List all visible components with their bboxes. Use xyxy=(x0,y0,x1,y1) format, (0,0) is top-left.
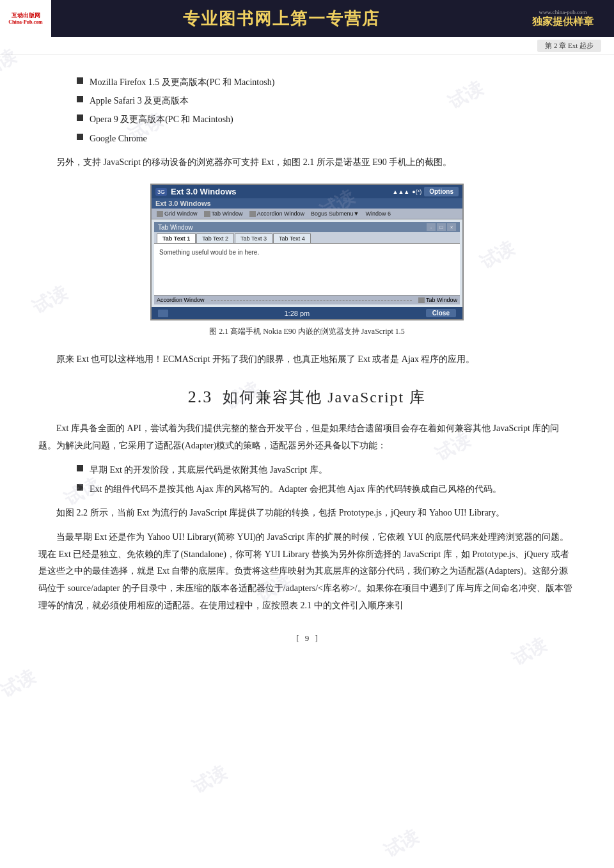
section-title: 如何兼容其他 JavaScript 库 xyxy=(223,389,426,406)
section-number: 2.3 xyxy=(188,388,213,406)
main-content: Mozilla Firefox 1.5 及更高版本(PC 和 Macintosh… xyxy=(0,55,614,682)
menu-bogus-submenu[interactable]: Bogus Submenu▼ xyxy=(308,210,361,217)
list-item-safari: Apple Safari 3 及更高版本 xyxy=(77,93,576,109)
phone-bottom-bar: 1:28 pm Close xyxy=(152,307,462,319)
section-para-3: 当最早期 Ext 还是作为 Yahoo UI! Library(简称 YUI)的… xyxy=(38,529,576,614)
tab-2[interactable]: Tab Text 2 xyxy=(196,233,234,243)
list-item-label: Mozilla Firefox 1.5 及更高版本(PC 和 Macintosh… xyxy=(90,74,274,90)
sub-bullet-label-2: Ext 的组件代码不是按其他 Ajax 库的风格写的。Adapter 会把其他 … xyxy=(90,481,501,497)
tab-icon xyxy=(204,211,210,217)
header-right: www.china-pub.com 独家提供样章 xyxy=(512,0,614,37)
list-item-label: Apple Safari 3 及更高版本 xyxy=(90,93,189,109)
options-button[interactable]: Options xyxy=(424,187,459,196)
list-item-label: Google Chrome xyxy=(90,130,147,146)
chapter-tag: 第 2 章 Ext 起步 xyxy=(537,40,601,52)
bullet-icon xyxy=(77,77,83,84)
header-url: www.china-pub.com xyxy=(539,9,587,15)
minimize-button[interactable]: - xyxy=(427,223,436,231)
time-display: 1:28 pm xyxy=(285,310,310,317)
tab-bar: Tab Text 1 Tab Text 2 Tab Text 3 Tab Tex… xyxy=(154,232,460,244)
tab-small-icon xyxy=(418,297,425,303)
phone-screenshot: 3G Ext 3.0 Windows ▲▲▲ ●(*) Options Ext … xyxy=(150,184,464,320)
list-item-firefox: Mozilla Firefox 1.5 及更高版本(PC 和 Macintosh… xyxy=(77,74,576,90)
phone-top-bar: 3G Ext 3.0 Windows ▲▲▲ ●(*) Options xyxy=(152,185,462,198)
accordion-label: Accordion Window xyxy=(157,297,205,303)
bullet-icon xyxy=(77,114,83,121)
logo-brand: China-Pub.com xyxy=(8,19,43,25)
bracket-right: ] xyxy=(315,633,318,643)
close-button[interactable]: × xyxy=(447,223,456,231)
window-controls: - □ × xyxy=(427,223,456,231)
tab-4[interactable]: Tab Text 4 xyxy=(273,233,311,243)
sub-bullet-list: 早期 Ext 的开发阶段，其底层代码是依附其他 JavaScript 库。 Ex… xyxy=(77,462,576,496)
accordion-bar: Accordion Window Tab Window xyxy=(154,295,460,304)
tab-content-area: Something useful would be in here. xyxy=(154,244,460,295)
signal-bars: ▲▲▲ xyxy=(393,189,410,195)
phone-top-right: ▲▲▲ ●(*) Options xyxy=(393,187,459,196)
figure-caption: 图 2.1 高端手机 Nokia E90 内嵌的浏览器支持 JavaScript… xyxy=(209,326,405,338)
list-item-opera: Opera 9 及更高版本(PC 和 Macintosh) xyxy=(77,111,576,127)
menu-accordion-window[interactable]: Accordion Window xyxy=(247,210,308,217)
tab-window: Tab Window - □ × Tab Text 1 Tab Text 2 T… xyxy=(154,222,460,295)
tab-window-label-small: Tab Window xyxy=(418,297,457,303)
logo-name: 互动出版网 xyxy=(12,12,40,19)
bullet-icon xyxy=(77,96,83,102)
battery-icon: ●(*) xyxy=(412,189,421,195)
menu-tab-window[interactable]: Tab Window xyxy=(201,210,246,217)
bullet-icon xyxy=(77,134,83,140)
section-para-1: Ext 库具备全面的 API，尝试着为我们提供完整的整合开发平台，但是如果结合遗… xyxy=(38,420,576,454)
bullet-icon xyxy=(77,465,83,471)
accordion-icon xyxy=(249,211,256,217)
header-title: 专业图书网上第一专营店 xyxy=(183,8,380,30)
menu-window6[interactable]: Window 6 xyxy=(363,210,394,217)
signal-indicator: 3G xyxy=(155,188,167,196)
intro-para: 另外，支持 JavaScript 的移动设备的浏览器亦可支持 Ext，如图 2.… xyxy=(38,154,576,171)
phone-top-left: 3G Ext 3.0 Windows xyxy=(155,187,236,196)
phone-menu-bar: Grid Window Tab Window Accordion Window … xyxy=(152,209,462,219)
maximize-button[interactable]: □ xyxy=(437,223,446,231)
tab-window-title-bar: Tab Window - □ × xyxy=(154,222,460,232)
browser-list: Mozilla Firefox 1.5 及更高版本(PC 和 Macintosh… xyxy=(77,74,576,146)
tab-1[interactable]: Tab Text 1 xyxy=(157,233,196,243)
header-slogan: 独家提供样章 xyxy=(532,15,594,29)
section-heading: 2.3 如何兼容其他 JavaScript 库 xyxy=(38,387,576,407)
logo: 互动出版网 China-Pub.com xyxy=(0,0,51,37)
menu-grid-window[interactable]: Grid Window xyxy=(154,210,200,217)
phone-window-area: Tab Window - □ × Tab Text 1 Tab Text 2 T… xyxy=(152,219,462,307)
chapter-bar: 第 2 章 Ext 起步 xyxy=(0,37,614,55)
bracket-left: [ xyxy=(296,633,299,643)
header: 互动出版网 China-Pub.com 专业图书网上第一专营店 www.chin… xyxy=(0,0,614,37)
page-number: [ 9 ] xyxy=(38,633,576,656)
figure-container: 3G Ext 3.0 Windows ▲▲▲ ●(*) Options Ext … xyxy=(141,184,473,338)
tab-window-label: Tab Window xyxy=(158,224,193,231)
list-item-chrome: Google Chrome xyxy=(77,130,576,146)
para-after-figure: 原来 Ext 也可以这样地用！ECMAScript 开拓了我们的眼界，也真正地拓… xyxy=(38,351,576,368)
watermark-text-9: 试读 xyxy=(188,761,231,800)
header-center: 专业图书网上第一专营店 xyxy=(51,0,512,37)
phone-menu-icon xyxy=(158,310,168,317)
section-para-2: 如图 2.2 所示，当前 Ext 为流行的 JavaScript 库提供了功能的… xyxy=(38,505,576,522)
phone-close-button[interactable]: Close xyxy=(426,309,456,317)
list-item-label: Opera 9 及更高版本(PC 和 Macintosh) xyxy=(90,111,233,127)
tab-content-text: Something useful would be in here. xyxy=(159,249,259,256)
tab-3[interactable]: Tab Text 3 xyxy=(235,233,272,243)
ext-windows-title: Ext 3.0 Windows xyxy=(152,198,462,209)
sub-bullet-label-1: 早期 Ext 的开发阶段，其底层代码是依附其他 JavaScript 库。 xyxy=(90,462,327,478)
sub-bullet-2: Ext 的组件代码不是按其他 Ajax 库的风格写的。Adapter 会把其他 … xyxy=(77,481,576,497)
bullet-icon xyxy=(77,484,83,491)
grid-icon xyxy=(157,211,163,217)
sub-bullet-1: 早期 Ext 的开发阶段，其底层代码是依附其他 JavaScript 库。 xyxy=(77,462,576,478)
phone-title: Ext 3.0 Windows xyxy=(171,187,236,196)
page-num-value: 9 xyxy=(305,633,310,643)
watermark-text-10: 试读 xyxy=(380,825,423,864)
